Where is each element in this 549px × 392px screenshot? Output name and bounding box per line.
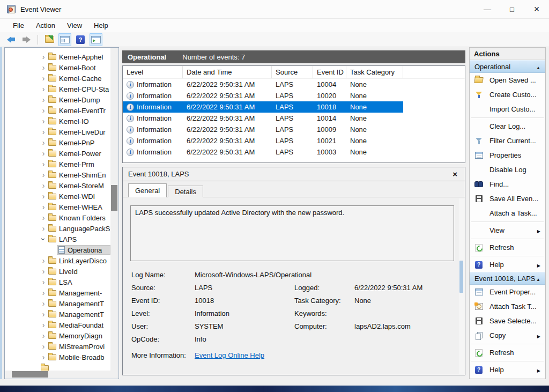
- tree-item-laps[interactable]: LAPS: [5, 234, 110, 245]
- tree-item-kernel-livedur[interactable]: Kernel-LiveDur: [5, 127, 110, 137]
- chevron-down-icon[interactable]: [40, 235, 47, 243]
- chevron-right-icon[interactable]: [40, 310, 47, 319]
- tree-item-kernel-cache[interactable]: Kernel-Cache: [5, 73, 110, 84]
- action-clear-log[interactable]: Clear Log...: [470, 119, 545, 134]
- tree-item-mobile-broadb[interactable]: Mobile-Broadb: [5, 352, 110, 363]
- chevron-right-icon[interactable]: [40, 332, 47, 340]
- chevron-right-icon[interactable]: [40, 150, 47, 158]
- tree-item-mediafoundat[interactable]: MediaFoundat: [5, 320, 110, 330]
- export-log-button[interactable]: [43, 33, 56, 46]
- chevron-right-icon[interactable]: [40, 268, 47, 276]
- back-button[interactable]: [4, 33, 17, 46]
- event-row-10020[interactable]: Information6/22/2022 9:50:31 AMLAPS10020…: [123, 90, 403, 101]
- tree-item-kernel-dump[interactable]: Kernel-Dump: [5, 94, 110, 105]
- chevron-right-icon[interactable]: [40, 193, 47, 201]
- tree-item-kernel-apphel[interactable]: Kernel-Apphel: [5, 51, 110, 62]
- event-row-10003[interactable]: Information6/22/2022 9:50:31 AMLAPS10003…: [123, 146, 403, 158]
- event-row-10014[interactable]: Information6/22/2022 9:50:31 AMLAPS10014…: [123, 113, 403, 124]
- minimize-button[interactable]: —: [475, 0, 500, 18]
- tree-horizontal-scrollbar[interactable]: [5, 371, 110, 378]
- chevron-right-icon[interactable]: [40, 139, 47, 147]
- maximize-button[interactable]: □: [500, 0, 524, 18]
- tree-item-linklayerdisco[interactable]: LinkLayerDisco: [5, 255, 110, 266]
- action-help[interactable]: ?Help: [470, 257, 545, 272]
- action-view[interactable]: View: [470, 223, 545, 238]
- action-help[interactable]: ?Help: [470, 363, 545, 377]
- chevron-right-icon[interactable]: [40, 278, 47, 286]
- tree-item-known-folders[interactable]: Known Folders: [5, 212, 110, 223]
- event-row-10018[interactable]: Information6/22/2022 9:50:31 AMLAPS10018…: [123, 101, 403, 113]
- tree-item-kernel-wdi[interactable]: Kernel-WDI: [5, 191, 110, 202]
- tree-item-operationa[interactable]: Operationa: [5, 245, 110, 255]
- action-open-saved[interactable]: Open Saved ...: [470, 73, 545, 87]
- detail-vertical-scrollbar[interactable]: [459, 198, 464, 374]
- chevron-right-icon[interactable]: [40, 85, 47, 93]
- menu-action[interactable]: Action: [30, 20, 61, 31]
- detail-vertical-scrollbar-thumb[interactable]: [459, 261, 463, 293]
- action-attach-task-t[interactable]: Attach Task T...: [470, 299, 545, 314]
- tree-horizontal-scrollbar-thumb[interactable]: [12, 371, 48, 378]
- tree-item-kernel-whea[interactable]: Kernel-WHEA: [5, 202, 110, 212]
- tree-item-mistreamprovi[interactable]: MiStreamProvi: [5, 341, 110, 352]
- event-log-online-help-link[interactable]: Event Log Online Help: [195, 349, 454, 362]
- menu-file[interactable]: File: [7, 20, 30, 31]
- tree-item-lsa[interactable]: LSA: [5, 277, 110, 287]
- chevron-right-icon[interactable]: [40, 53, 47, 61]
- action-copy[interactable]: Copy: [470, 328, 545, 343]
- chevron-right-icon[interactable]: [40, 353, 47, 361]
- tree-item-kernel-cpu-sta[interactable]: Kernel-CPU-Sta: [5, 84, 110, 94]
- tree-vertical-scrollbar-thumb[interactable]: [111, 185, 117, 211]
- chevron-right-icon[interactable]: [40, 171, 47, 179]
- tree-item-kernel-pnp[interactable]: Kernel-PnP: [5, 137, 110, 148]
- chevron-right-icon[interactable]: [40, 203, 47, 211]
- chevron-right-icon[interactable]: [40, 107, 47, 115]
- action-filter-current[interactable]: Filter Current...: [470, 134, 545, 148]
- column-header-source[interactable]: Source: [272, 66, 313, 78]
- action-find[interactable]: Find...: [470, 177, 545, 191]
- action-refresh[interactable]: Refresh: [470, 240, 545, 255]
- forward-button[interactable]: [20, 33, 33, 46]
- actions-section-event-10018-laps[interactable]: Event 10018, LAPS: [470, 272, 545, 285]
- tree-item-item[interactable]: [5, 363, 110, 371]
- chevron-right-icon[interactable]: [40, 182, 47, 190]
- chevron-right-icon[interactable]: [40, 225, 47, 233]
- chevron-right-icon[interactable]: [40, 96, 47, 104]
- chevron-right-icon[interactable]: [40, 257, 47, 265]
- event-row-10009[interactable]: Information6/22/2022 9:50:31 AMLAPS10009…: [123, 124, 403, 135]
- tree-vertical-scrollbar[interactable]: [110, 48, 118, 371]
- tree-item-languagepacks[interactable]: LanguagePackS: [5, 223, 110, 234]
- show-action-pane-button[interactable]: [90, 33, 102, 46]
- event-row-10021[interactable]: Information6/22/2022 9:50:31 AMLAPS10021…: [123, 135, 403, 146]
- tree-item-managementt[interactable]: ManagementT: [5, 298, 110, 309]
- action-attach-a-task[interactable]: Attach a Task...: [470, 206, 545, 220]
- collapse-section-icon[interactable]: [536, 275, 540, 283]
- tree-item-kernel-storem[interactable]: Kernel-StoreM: [5, 180, 110, 191]
- chevron-right-icon[interactable]: [40, 321, 47, 329]
- close-button[interactable]: ×: [524, 0, 549, 18]
- tree-item-management[interactable]: Management-: [5, 287, 110, 298]
- tab-details[interactable]: Details: [168, 186, 203, 197]
- actions-section-operational[interactable]: Operational: [470, 60, 545, 73]
- action-save-all-even[interactable]: Save All Even...: [470, 191, 545, 206]
- tree-item-kernel-eventtr[interactable]: Kernel-EventTr: [5, 105, 110, 116]
- column-header-task-category[interactable]: Task Category: [346, 66, 403, 78]
- column-header-level[interactable]: Level: [123, 66, 183, 78]
- action-create-custo[interactable]: Create Custo...: [470, 87, 545, 102]
- collapse-section-icon[interactable]: [536, 63, 540, 71]
- menu-help[interactable]: Help: [88, 20, 114, 31]
- action-save-selecte[interactable]: Save Selecte...: [470, 314, 545, 328]
- tree-item-kernel-power[interactable]: Kernel-Power: [5, 148, 110, 159]
- chevron-right-icon[interactable]: [40, 300, 47, 308]
- column-header-event-id[interactable]: Event ID: [313, 66, 346, 78]
- action-disable-log[interactable]: Disable Log: [470, 162, 545, 177]
- help-button[interactable]: ?: [74, 33, 87, 46]
- show-console-tree-button[interactable]: [58, 33, 71, 46]
- action-properties[interactable]: Properties: [470, 148, 545, 162]
- tab-general[interactable]: General: [128, 183, 167, 197]
- chevron-right-icon[interactable]: [40, 289, 47, 297]
- chevron-right-icon[interactable]: [40, 214, 47, 222]
- tree-item-kernel-io[interactable]: Kernel-IO: [5, 116, 110, 127]
- chevron-right-icon[interactable]: [40, 64, 47, 72]
- chevron-right-icon[interactable]: [40, 343, 47, 351]
- tree-item-managementt[interactable]: ManagementT: [5, 309, 110, 320]
